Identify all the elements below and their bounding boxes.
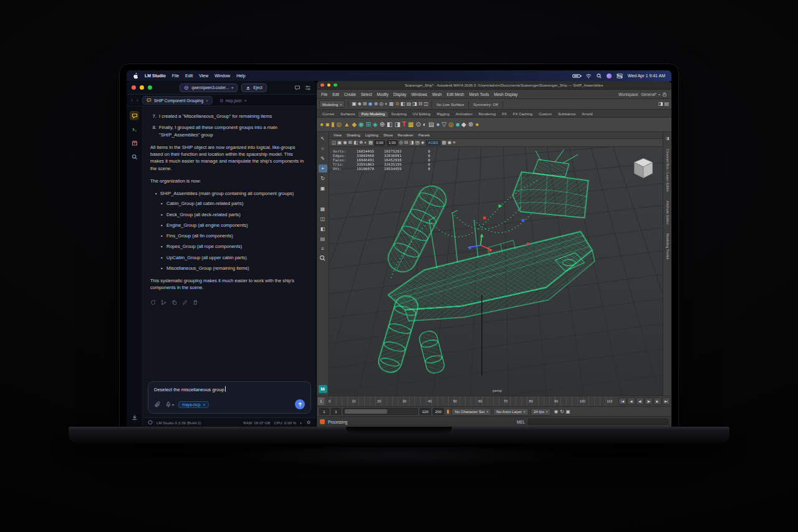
shelf-tool-icon[interactable]: ◈	[373, 121, 378, 128]
maya-menu-item[interactable]: Edit Mesh	[447, 92, 464, 97]
nav-forward-button[interactable]: ›	[137, 98, 138, 103]
viewport-tool-icon[interactable]: ▦	[442, 140, 446, 145]
animation-end-field[interactable]: 200	[433, 408, 444, 415]
maya-menu-item[interactable]: Create	[344, 92, 356, 97]
menu-bar-clock[interactable]: Wed Apr 1 9:41 AM	[628, 74, 665, 78]
mel-command-input[interactable]	[528, 419, 668, 425]
message-input-box[interactable]: Deselect the miscellaneous group ▾	[148, 381, 311, 414]
bookmark-icon[interactable]: ▮	[446, 409, 449, 414]
playback-button[interactable]: ▶|	[662, 397, 670, 405]
playback-button[interactable]: ◀	[627, 397, 635, 405]
shelf-tool-icon[interactable]: ▽	[442, 121, 447, 128]
shelf-tool-icon[interactable]: ●	[475, 121, 479, 128]
shelf-tool-icon[interactable]: ◆	[461, 121, 466, 128]
maya-menu-item[interactable]: Windows	[411, 92, 428, 97]
panel-menu-item[interactable]: Show	[383, 133, 393, 137]
send-button[interactable]	[295, 399, 305, 409]
viewport-tool-icon[interactable]: ◨	[410, 140, 414, 145]
theme-icon[interactable]: ◐	[300, 420, 302, 425]
viewport-tool-icon[interactable]: ⊕	[359, 140, 363, 145]
current-frame-marker[interactable]: 1	[318, 397, 324, 405]
status-tool-icon[interactable]: ⊞	[363, 102, 367, 107]
maya-menu-item[interactable]: Mesh Display	[494, 92, 517, 97]
macos-menu-item[interactable]: View	[199, 74, 208, 78]
tool-icon[interactable]: ○	[319, 145, 327, 153]
siri-icon[interactable]	[607, 74, 612, 78]
tool-icon[interactable]: ↖	[319, 135, 327, 143]
zoom-window-button[interactable]	[334, 83, 337, 87]
status-tool-icon[interactable]: ◉	[368, 102, 373, 107]
playback-option-icon[interactable]: ↻	[560, 409, 564, 414]
delete-icon[interactable]	[193, 300, 198, 305]
panel-menu-item[interactable]: Lighting	[365, 133, 378, 137]
battery-icon[interactable]	[572, 74, 580, 78]
menu-set-selector[interactable]: Modeling▾	[319, 100, 345, 108]
layout-preset-icon[interactable]: ▦	[319, 205, 327, 213]
shelf-tool-icon[interactable]: ⊞	[366, 121, 371, 128]
shelf-tab[interactable]: FX	[499, 112, 510, 117]
status-tool-icon[interactable]: ◎	[379, 102, 383, 107]
view-cube[interactable]	[630, 156, 656, 182]
symmetry-label[interactable]: Symmetry: Off	[473, 102, 498, 107]
playback-start-field[interactable]: 1	[331, 408, 341, 415]
viewport-tool-icon[interactable]: ◐	[364, 140, 367, 145]
status-tool-icon[interactable]: ◐	[385, 102, 388, 107]
status-tool-icon[interactable]: ▤	[406, 102, 411, 107]
range-slider[interactable]	[343, 408, 418, 415]
maya-menu-item[interactable]: Mesh Tools	[469, 92, 489, 97]
shelf-tool-icon[interactable]: ●	[320, 121, 324, 128]
playback-button[interactable]: |▶	[645, 397, 653, 405]
close-window-button[interactable]	[132, 85, 136, 90]
tool-icon[interactable]: ↻	[319, 174, 327, 183]
viewport-tool-icon[interactable]: ▤	[415, 140, 420, 145]
minimize-window-button[interactable]	[140, 85, 144, 90]
playback-end-field[interactable]: 120	[420, 408, 431, 415]
maya-menu-item[interactable]: Edit	[332, 92, 339, 97]
shelf-tool-icon[interactable]: ▲	[344, 121, 350, 128]
shelf-tool-icon[interactable]: ●	[436, 121, 440, 128]
mel-toggle[interactable]: MEL	[517, 420, 525, 424]
viewport-tool-icon[interactable]: ≡	[453, 140, 455, 145]
panel-menu-item[interactable]: Shading	[347, 133, 360, 137]
macos-menu-item[interactable]: Edit	[185, 74, 193, 78]
apple-menu-icon[interactable]	[133, 73, 138, 79]
sidebar-discover-icon[interactable]	[130, 152, 139, 161]
eject-model-button[interactable]: Eject	[241, 83, 266, 92]
shelf-tool-icon[interactable]: ▮	[331, 121, 335, 128]
viewport-tool-icon[interactable]: ◧	[353, 140, 358, 145]
viewport-tool-icon[interactable]: ▣	[337, 140, 342, 145]
control-center-icon[interactable]	[617, 74, 623, 78]
shelf-tool-icon[interactable]: ▦	[408, 121, 413, 128]
viewport-tool-icon[interactable]: ◎	[399, 140, 403, 145]
viewport-tool-icon[interactable]: ⊟	[405, 140, 408, 145]
shelf-tab[interactable]: UV Editing	[410, 112, 433, 117]
sidebar-toggle-icon[interactable]: ◨	[658, 102, 663, 107]
sidebar-developer-icon[interactable]	[130, 125, 139, 134]
maya-menu-item[interactable]: Modify	[377, 92, 388, 97]
shelf-tool-icon[interactable]: ◨	[395, 121, 400, 128]
outliner-icon[interactable]: ≡	[319, 245, 327, 253]
playback-option-icon[interactable]: ◉	[554, 409, 559, 414]
playback-button[interactable]: ◀|	[636, 397, 644, 405]
channel-box-tab[interactable]: Channel Box / Layer Editor	[666, 149, 670, 192]
status-tool-icon[interactable]: ◧	[400, 102, 405, 107]
layout-preset-icon[interactable]: ◫	[319, 215, 327, 223]
mic-control[interactable]: ▾	[165, 401, 174, 408]
viewport-tool-icon[interactable]: ◫	[332, 140, 336, 145]
edit-icon[interactable]	[182, 300, 188, 305]
shelf-tool-icon[interactable]: ⊕	[380, 121, 385, 128]
wifi-icon[interactable]	[585, 74, 592, 78]
tab-ship-component-grouping[interactable]: SHIP Component Grouping ×	[142, 96, 213, 105]
playback-button[interactable]: |◀	[618, 397, 627, 405]
tool-icon[interactable]: +	[319, 164, 327, 173]
status-tool-icon[interactable]: ◨	[412, 102, 417, 107]
mcp-plugin-tag[interactable]: maya-mcp ×	[178, 401, 209, 408]
shelf-tool-icon[interactable]: T	[402, 121, 406, 128]
attribute-editor-tab[interactable]: Attribute Editor	[666, 201, 670, 224]
viewport-tool-icon[interactable]: ▦	[368, 140, 373, 145]
zoom-window-button[interactable]	[148, 85, 152, 90]
shelf-tab[interactable]: Substance	[555, 112, 579, 117]
sidebar-toggle-icon[interactable]: ▤	[664, 102, 669, 107]
close-tab-icon[interactable]: ×	[206, 98, 208, 103]
shelf-tool-icon[interactable]: ◧	[387, 121, 392, 128]
